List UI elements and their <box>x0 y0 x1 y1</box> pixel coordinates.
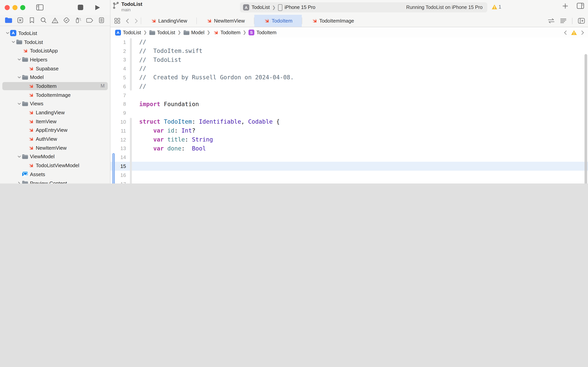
source-control-icon[interactable] <box>16 16 24 24</box>
code-line-4[interactable]: 4// <box>110 64 588 73</box>
bookmarks-icon[interactable] <box>28 16 36 24</box>
tree-item-supabase[interactable]: Supabase <box>0 64 110 73</box>
change-gutter <box>129 126 133 135</box>
code-line-8[interactable]: 8import Foundation <box>110 100 588 109</box>
chevron-down-icon[interactable] <box>10 41 16 43</box>
symbol-s-icon: S <box>249 30 254 35</box>
tree-item-model[interactable]: Model <box>0 73 110 82</box>
tree-item-todolist[interactable]: TodoList <box>0 38 110 46</box>
stop-button[interactable] <box>78 5 83 10</box>
chevron-down-icon[interactable] <box>16 103 22 105</box>
tree-item-todoitem[interactable]: TodoItemM <box>0 82 110 90</box>
issues-icon[interactable] <box>51 16 59 24</box>
code-line-16[interactable]: 16 <box>110 171 588 180</box>
swap-editor-icon[interactable] <box>548 18 554 23</box>
toggle-left-sidebar-icon[interactable] <box>36 4 43 10</box>
tree-item-label: TodoListViewModel <box>36 163 79 168</box>
tree-item-itemview[interactable]: ItemView <box>0 117 110 126</box>
code-line-13[interactable]: 13 var done: Bool <box>110 144 588 153</box>
breakpoints-icon[interactable] <box>86 16 94 24</box>
tree-item-label: Assets <box>30 171 45 177</box>
chevron-down-icon[interactable] <box>16 156 22 158</box>
scheme-selector[interactable]: A TodoList ❯ iPhone 15 Pro Running TodoL… <box>240 2 487 12</box>
code-line-1[interactable]: 1// <box>110 38 588 47</box>
project-title-block[interactable]: TodoList main <box>113 1 142 13</box>
breadcrumb-item-todolist[interactable]: TodoList <box>115 30 141 35</box>
minimize-window-button[interactable] <box>12 5 17 10</box>
source-editor[interactable]: 1//2// TodoItem.swift3// TodoList4//5// … <box>110 38 588 184</box>
debug-icon[interactable] <box>75 16 82 24</box>
breadcrumb-item-todoitem[interactable]: STodoItem <box>249 30 277 35</box>
tree-item-assets[interactable]: Assets <box>0 170 110 179</box>
toggle-right-sidebar-icon[interactable] <box>577 3 584 9</box>
tree-item-views[interactable]: Views <box>0 99 110 108</box>
zoom-window-button[interactable] <box>20 5 25 10</box>
editor-tab-todoitemimage[interactable]: TodoItemImage <box>302 15 363 27</box>
project-navigator-icon[interactable] <box>5 16 12 24</box>
code-line-11[interactable]: 11 var id: Int? <box>110 126 588 135</box>
adjust-editor-icon[interactable] <box>560 18 567 23</box>
next-issue-icon[interactable] <box>581 30 584 35</box>
code-line-9[interactable]: 9 <box>110 109 588 118</box>
tree-item-label: ViewModel <box>30 154 55 159</box>
code-line-12[interactable]: 12 var title: String <box>110 135 588 144</box>
breadcrumb-item-todolist[interactable]: TodoList <box>149 30 175 35</box>
add-editor-icon[interactable] <box>578 18 585 24</box>
tree-item-appentryview[interactable]: AppEntryView <box>0 126 110 134</box>
chevron-down-icon[interactable] <box>16 58 22 61</box>
tree-item-newitemview[interactable]: NewItemView <box>0 143 110 152</box>
tree-item-viewmodel[interactable]: ViewModel <box>0 152 110 161</box>
editor-scrollbar[interactable] <box>585 54 587 184</box>
tree-item-todolistapp[interactable]: TodoListApp <box>0 46 110 55</box>
window-project-title: TodoList <box>121 1 142 7</box>
tree-item-todoitemimage[interactable]: TodoItemImage <box>0 91 110 99</box>
tree-item-todolist[interactable]: TodoList <box>0 29 110 38</box>
line-number: 10 <box>110 119 129 125</box>
code-line-15[interactable]: 15 <box>110 162 588 171</box>
tree-item-helpers[interactable]: Helpers <box>0 55 110 64</box>
line-number: 8 <box>110 101 129 107</box>
breadcrumb-item-model[interactable]: Model <box>183 30 204 35</box>
chevron-down-icon[interactable] <box>16 76 22 79</box>
code-line-3[interactable]: 3// TodoList <box>110 55 588 64</box>
swift-icon <box>22 48 28 54</box>
scheme-device-label[interactable]: iPhone 15 Pro <box>285 5 315 10</box>
prev-issue-icon[interactable] <box>564 30 567 35</box>
code-line-7[interactable]: 7 <box>110 91 588 100</box>
code-line-17[interactable]: 17 <box>110 180 588 184</box>
warning-count-badge[interactable]: 1 <box>492 4 501 10</box>
breadcrumb-item-todoitem[interactable]: TodoItem <box>213 30 241 35</box>
history-forward-icon[interactable] <box>132 15 141 27</box>
editor-grid-icon[interactable] <box>110 15 123 27</box>
tree-item-todolistviewmodel[interactable]: TodoListViewModel <box>0 161 110 170</box>
editor-tab-todoitem[interactable]: TodoItem <box>254 15 302 27</box>
find-icon[interactable] <box>40 16 47 24</box>
tree-item-preview-content[interactable]: Preview Content <box>0 179 110 184</box>
code-line-5[interactable]: 5// Created by Russell Gordon on 2024-04… <box>110 73 588 82</box>
editor-tab-landingview[interactable]: LandingView <box>141 15 196 27</box>
code-line-14[interactable]: 14 <box>110 153 588 162</box>
tree-item-landingview[interactable]: LandingView <box>0 108 110 117</box>
reports-icon[interactable] <box>98 16 105 24</box>
new-tab-plus-icon[interactable] <box>562 3 568 9</box>
close-window-button[interactable] <box>5 5 10 10</box>
history-back-icon[interactable] <box>123 15 132 27</box>
run-button[interactable] <box>95 4 100 10</box>
change-gutter <box>129 100 133 109</box>
tree-item-label: ItemView <box>36 118 56 124</box>
chevron-down-icon[interactable] <box>5 32 10 34</box>
scheme-project-label[interactable]: TodoList <box>252 5 270 10</box>
branch-icon <box>113 1 119 10</box>
code-line-6[interactable]: 6// <box>110 82 588 91</box>
breadcrumb-label: TodoItem <box>256 30 277 35</box>
code-text: // TodoItem.swift <box>133 47 202 56</box>
folder-icon <box>149 30 155 35</box>
tests-icon[interactable] <box>63 16 71 24</box>
tree-item-authview[interactable]: AuthView <box>0 135 110 143</box>
chevron-right-icon[interactable] <box>16 181 22 184</box>
warning-icon[interactable] <box>571 30 577 35</box>
code-line-2[interactable]: 2// TodoItem.swift <box>110 47 588 56</box>
editor-tab-newitemview[interactable]: NewItemView <box>197 15 254 27</box>
tab-label: LandingView <box>158 18 187 24</box>
code-line-10[interactable]: 10struct TodoItem: Identifiable, Codable… <box>110 117 588 126</box>
